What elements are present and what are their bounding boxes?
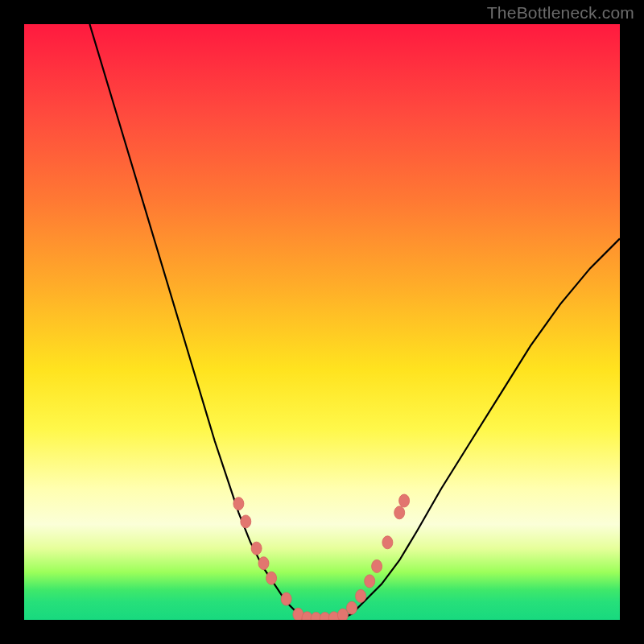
curve-left-branch — [89, 24, 303, 620]
curve-marker — [394, 506, 405, 519]
watermark-text: TheBottleneck.com — [487, 3, 634, 23]
curve-marker — [365, 575, 375, 588]
curve-markers — [233, 494, 410, 620]
curve-marker — [258, 557, 269, 570]
curve-marker — [372, 559, 382, 572]
chart-svg — [24, 24, 620, 620]
curve-marker — [241, 515, 251, 528]
curve-marker — [337, 609, 348, 620]
curve-marker — [281, 592, 291, 605]
curve-marker — [233, 497, 244, 510]
chart-frame: TheBottleneck.com — [0, 0, 644, 644]
curve-right-branch — [340, 238, 620, 620]
chart-plot-area — [24, 24, 620, 620]
curve-marker — [251, 542, 262, 555]
curve-marker — [356, 589, 366, 602]
curve-marker — [399, 494, 410, 507]
curve-marker — [266, 572, 277, 584]
curve-marker — [382, 536, 393, 549]
curve-marker — [347, 601, 357, 614]
